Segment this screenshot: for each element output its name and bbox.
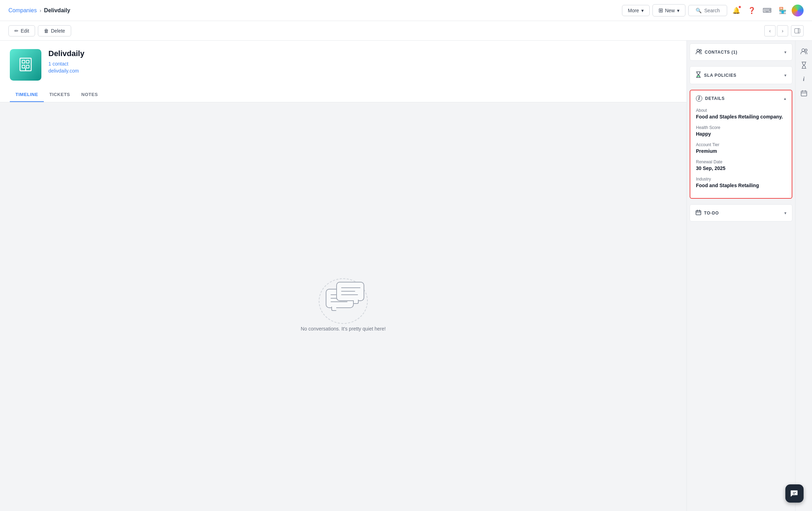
details-content: About Food and Staples Retailing company… xyxy=(690,107,792,198)
building-icon xyxy=(17,56,34,74)
apps-button[interactable]: 🏪 xyxy=(776,4,789,17)
nav-right-actions: More ▾ ⊞ New ▾ 🔍 Search 🔔 ❓ ⌨ 🏪 xyxy=(622,4,804,17)
notification-dot xyxy=(738,6,741,8)
svg-point-9 xyxy=(700,50,702,52)
detail-renewal-date: Renewal Date 30 Sep, 2025 xyxy=(696,159,786,171)
account-tier-value: Premium xyxy=(696,148,786,154)
about-value: Food and Staples Retailing company. xyxy=(696,114,786,120)
apps-icon: 🏪 xyxy=(779,7,786,14)
help-button[interactable]: ❓ xyxy=(745,4,758,17)
about-label: About xyxy=(696,108,786,113)
more-button[interactable]: More ▾ xyxy=(622,5,650,16)
todo-section: TO-DO ▾ xyxy=(690,204,792,222)
help-icon: ❓ xyxy=(748,7,756,14)
search-icon: 🔍 xyxy=(696,8,702,13)
industry-value: Food and Staples Retailing xyxy=(696,183,786,188)
details-chevron-icon: ▴ xyxy=(784,96,786,101)
breadcrumb-current: Delivdaily xyxy=(44,7,70,14)
new-button[interactable]: ⊞ New ▾ xyxy=(652,4,685,16)
plus-icon: ⊞ xyxy=(658,7,663,14)
hourglass-icon xyxy=(696,71,701,79)
svg-rect-11 xyxy=(696,211,701,215)
sla-chevron-icon: ▾ xyxy=(784,73,786,78)
svg-rect-3 xyxy=(22,60,25,63)
todo-section-header[interactable]: TO-DO ▾ xyxy=(690,205,792,221)
next-record-button[interactable]: › xyxy=(777,25,788,36)
action-bar-left: ✏ Edit 🗑 Delete xyxy=(8,25,71,36)
tab-timeline[interactable]: TIMELINE xyxy=(10,88,44,102)
breadcrumb-separator: › xyxy=(40,8,41,13)
details-header[interactable]: i DETAILS ▴ xyxy=(690,90,792,107)
company-logo xyxy=(10,49,41,81)
tab-tickets[interactable]: TICKETS xyxy=(44,88,76,102)
trash-icon: 🗑 xyxy=(44,28,49,34)
contacts-title: CONTACTS (1) xyxy=(696,49,737,55)
contacts-icon xyxy=(696,49,702,55)
industry-label: Industry xyxy=(696,177,786,182)
svg-rect-0 xyxy=(795,28,800,33)
user-avatar[interactable] xyxy=(792,5,804,16)
calendar-icon xyxy=(696,210,701,216)
health-score-label: Health Score xyxy=(696,125,786,130)
todo-chevron-icon: ▾ xyxy=(784,211,786,216)
renewal-date-label: Renewal Date xyxy=(696,159,786,164)
tab-notes[interactable]: NOTES xyxy=(76,88,103,102)
side-info-icon[interactable]: i xyxy=(798,73,810,86)
left-content: Delivdaily 1 contact delivdaily.com TIME… xyxy=(0,41,686,511)
svg-rect-5 xyxy=(22,65,25,68)
empty-state-message: No conversations. It's pretty quiet here… xyxy=(301,326,386,332)
contacts-section-header[interactable]: CONTACTS (1) ▾ xyxy=(690,44,792,60)
right-panel: CONTACTS (1) ▾ SLA POLICIES ▾ xyxy=(686,41,795,511)
svg-rect-4 xyxy=(26,60,29,63)
main-layout: Delivdaily 1 contact delivdaily.com TIME… xyxy=(0,41,812,511)
detail-account-tier: Account Tier Premium xyxy=(696,142,786,154)
timeline-content: No conversations. It's pretty quiet here… xyxy=(0,102,686,511)
company-info-row: Delivdaily 1 contact delivdaily.com xyxy=(10,49,677,86)
top-navigation: Companies › Delivdaily More ▾ ⊞ New ▾ 🔍 … xyxy=(0,0,812,21)
contacts-section: CONTACTS (1) ▾ xyxy=(690,43,792,61)
action-bar: ✏ Edit 🗑 Delete ‹ › xyxy=(0,21,812,41)
svg-point-8 xyxy=(697,49,699,52)
company-name: Delivdaily xyxy=(48,49,677,58)
chat-fab-button[interactable] xyxy=(785,484,804,503)
company-contact-link[interactable]: 1 contact xyxy=(48,61,677,67)
company-website[interactable]: delivdaily.com xyxy=(48,68,79,74)
company-header: Delivdaily 1 contact delivdaily.com TIME… xyxy=(0,41,686,102)
panel-toggle-button[interactable] xyxy=(791,25,804,36)
detail-industry: Industry Food and Staples Retailing xyxy=(696,177,786,188)
svg-rect-10 xyxy=(697,76,700,77)
side-hourglass-icon[interactable] xyxy=(798,59,810,71)
breadcrumb-companies-link[interactable]: Companies xyxy=(8,7,37,14)
company-details: Delivdaily 1 contact delivdaily.com xyxy=(48,49,677,74)
details-section: i DETAILS ▴ About Food and Staples Retai… xyxy=(690,90,792,199)
contacts-chevron-icon: ▾ xyxy=(784,50,786,55)
sla-policies-section: SLA POLICIES ▾ xyxy=(690,66,792,84)
breadcrumb: Companies › Delivdaily xyxy=(8,7,70,14)
todo-title: TO-DO xyxy=(696,210,719,216)
side-icon-bar: i xyxy=(795,41,812,511)
search-button[interactable]: 🔍 Search xyxy=(688,5,727,16)
keyboard-shortcuts-button[interactable]: ⌨ xyxy=(761,4,773,17)
info-icon: i xyxy=(696,95,702,102)
company-tabs: TIMELINE TICKETS NOTES xyxy=(10,88,677,102)
detail-health-score: Health Score Happy xyxy=(696,125,786,137)
renewal-date-value: 30 Sep, 2025 xyxy=(696,165,786,171)
svg-point-15 xyxy=(802,49,805,52)
svg-rect-17 xyxy=(801,91,807,96)
side-calendar-icon[interactable] xyxy=(798,87,810,100)
action-bar-right: ‹ › xyxy=(764,25,804,36)
detail-about: About Food and Staples Retailing company… xyxy=(696,108,786,120)
empty-state-illustration xyxy=(322,282,364,320)
svg-point-16 xyxy=(805,49,807,51)
prev-record-button[interactable]: ‹ xyxy=(764,25,776,36)
keyboard-icon: ⌨ xyxy=(763,7,772,14)
sla-policies-header[interactable]: SLA POLICIES ▾ xyxy=(690,67,792,84)
edit-button[interactable]: ✏ Edit xyxy=(8,25,35,36)
health-score-value: Happy xyxy=(696,131,786,137)
notifications-button[interactable]: 🔔 xyxy=(730,4,743,17)
edit-icon: ✏ xyxy=(14,28,19,34)
side-contacts-icon[interactable] xyxy=(798,45,810,57)
svg-rect-6 xyxy=(26,65,29,68)
account-tier-label: Account Tier xyxy=(696,142,786,147)
delete-button[interactable]: 🗑 Delete xyxy=(38,25,71,36)
